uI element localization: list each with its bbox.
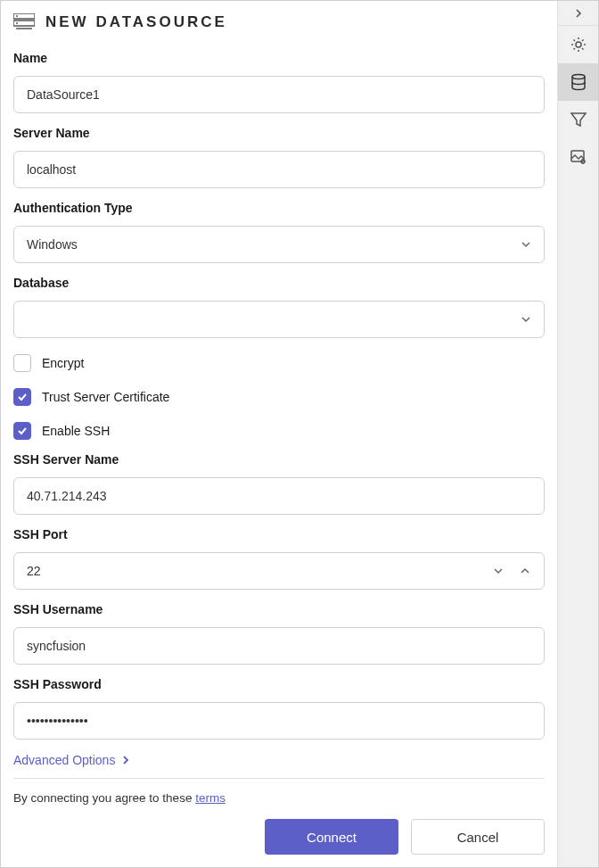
server-name-label: Server Name bbox=[13, 126, 545, 140]
ssh-username-label: SSH Username bbox=[13, 602, 545, 616]
rail-datasource[interactable] bbox=[558, 63, 598, 101]
database-select[interactable] bbox=[13, 301, 545, 338]
image-gear-icon bbox=[570, 148, 587, 166]
rail-settings[interactable] bbox=[558, 26, 598, 63]
ssh-username-input[interactable] bbox=[13, 627, 545, 665]
trust-cert-label: Trust Server Certificate bbox=[42, 390, 169, 404]
svg-point-5 bbox=[576, 42, 581, 47]
gear-icon bbox=[570, 36, 587, 54]
encrypt-label: Encrypt bbox=[42, 356, 84, 370]
auth-type-select[interactable]: Windows bbox=[13, 226, 545, 263]
chevron-right-icon bbox=[573, 8, 584, 19]
database-icon bbox=[570, 73, 587, 91]
right-side-rail bbox=[558, 1, 598, 867]
ssh-password-input[interactable] bbox=[13, 702, 545, 740]
terms-prefix: By connecting you agree to these bbox=[13, 791, 195, 805]
panel-header: NEW DATASOURCE bbox=[13, 13, 545, 31]
svg-point-6 bbox=[572, 75, 585, 79]
form-content: Name Server Name Authentication Type Win… bbox=[13, 45, 545, 742]
filter-icon bbox=[570, 111, 587, 128]
server-name-input[interactable] bbox=[13, 151, 545, 188]
connect-button[interactable]: Connect bbox=[265, 819, 398, 855]
name-label: Name bbox=[13, 51, 545, 65]
ssh-port-increment[interactable] bbox=[514, 560, 536, 582]
rail-image-settings[interactable] bbox=[558, 138, 598, 176]
rail-collapse-toggle[interactable] bbox=[558, 1, 598, 26]
enable-ssh-checkbox[interactable] bbox=[13, 422, 31, 440]
name-input[interactable] bbox=[13, 76, 545, 113]
svg-point-4 bbox=[16, 22, 18, 24]
ssh-port-decrement[interactable] bbox=[488, 560, 509, 582]
svg-point-3 bbox=[16, 15, 18, 17]
terms-row: By connecting you agree to these terms bbox=[13, 778, 545, 819]
ssh-server-name-label: SSH Server Name bbox=[13, 452, 545, 467]
terms-link[interactable]: terms bbox=[195, 791, 226, 805]
enable-ssh-label: Enable SSH bbox=[42, 424, 110, 438]
auth-type-value: Windows bbox=[27, 237, 78, 252]
advanced-options-label: Advanced Options bbox=[13, 753, 115, 767]
cancel-button[interactable]: Cancel bbox=[411, 819, 545, 855]
datasource-form-panel: NEW DATASOURCE Name Server Name Authenti… bbox=[1, 1, 558, 867]
advanced-options-link[interactable]: Advanced Options bbox=[13, 742, 545, 778]
form-footer: Advanced Options By connecting you agree… bbox=[13, 742, 545, 855]
datasource-icon bbox=[13, 13, 35, 31]
panel-title: NEW DATASOURCE bbox=[45, 13, 227, 31]
auth-type-label: Authentication Type bbox=[13, 201, 545, 215]
ssh-port-input[interactable] bbox=[13, 552, 545, 590]
rail-filter[interactable] bbox=[558, 101, 598, 138]
trust-cert-checkbox[interactable] bbox=[13, 388, 31, 406]
chevron-right-icon bbox=[120, 755, 131, 765]
ssh-port-label: SSH Port bbox=[13, 527, 545, 541]
ssh-password-label: SSH Password bbox=[13, 677, 545, 691]
encrypt-checkbox[interactable] bbox=[13, 354, 31, 372]
ssh-server-name-input[interactable] bbox=[13, 477, 545, 515]
database-label: Database bbox=[13, 276, 545, 290]
